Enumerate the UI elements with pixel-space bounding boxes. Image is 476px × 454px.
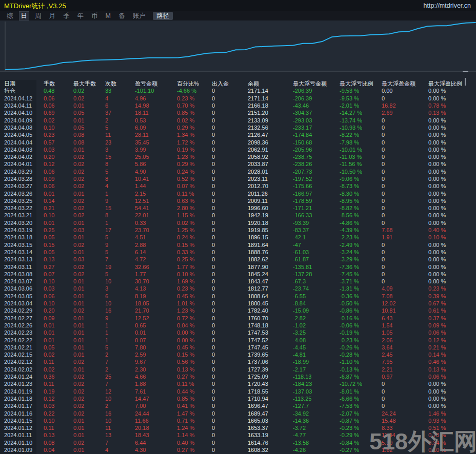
cell: 0.10 — [44, 125, 73, 131]
table-row[interactable]: 2024.01.150.100.011011.660.71 %01665.03-… — [0, 417, 476, 424]
column-header[interactable]: 手数 — [44, 80, 73, 88]
table-row[interactable]: 2024.01.190.190.02127.610.44 %01718.55-1… — [0, 387, 476, 395]
table-row[interactable]: 2024.03.280.090.02810.410.52 %02023.11-1… — [0, 175, 476, 182]
table-row[interactable]: 2024.04.120.060.0244.960.23 %02171.14-20… — [0, 95, 476, 102]
table-row[interactable]: 2024.01.180.120.021014.470.85 %01710.94-… — [0, 395, 476, 402]
cell: -233.17 — [293, 125, 340, 131]
table-row[interactable]: 2024.04.080.100.0556.090.29 %02132.56-23… — [0, 124, 476, 131]
table-row[interactable]: 2024.03.140.050.0156.140.33 %01888.76-61… — [0, 249, 476, 256]
menu-item-综[interactable]: 综 — [5, 12, 15, 20]
cell: 0 — [382, 139, 428, 146]
menu-item-账户[interactable]: 账户 — [131, 12, 147, 20]
cell: 2024.02.26 — [0, 322, 44, 328]
table-row[interactable]: 2024.02.220.010.0110.070.00 %01747.52-4.… — [0, 336, 476, 343]
table-row[interactable]: 2024.03.220.210.021554.412.80 %01996.60-… — [0, 204, 476, 212]
cell: 0.00 % — [428, 388, 474, 395]
table-row[interactable]: 2024.03.200.010.0110.330.02 %01920.18-93… — [0, 219, 476, 226]
column-header[interactable]: 最大浮盈比例 — [428, 80, 474, 88]
column-header[interactable]: 最大浮亏金额 — [293, 80, 340, 88]
table-row[interactable]: 2024.03.250.140.02912.510.63 %02009.11-1… — [0, 197, 476, 204]
cell: 1996.60 — [248, 205, 293, 211]
table-row[interactable]: 2024.03.080.070.0251.770.10 %01845.24-13… — [0, 271, 476, 278]
cell: 0.00 % — [428, 212, 474, 218]
cell: -42.1 — [293, 234, 340, 240]
table-row[interactable]: 2024.04.040.570.082335.451.72 %02098.36-… — [0, 138, 476, 146]
table-row[interactable]: 2024.02.210.050.0157.800.45 %01747.45-4.… — [0, 344, 476, 351]
column-header[interactable]: 百分比% — [177, 80, 212, 88]
column-header[interactable]: 余额 — [248, 80, 293, 88]
cell: 0.41 % — [177, 403, 212, 409]
column-header[interactable]: 日期 — [0, 80, 44, 88]
scrollbar-thumb[interactable] — [465, 78, 466, 86]
table-row[interactable]: 2024.03.290.060.0254.900.24 %02028.01-20… — [0, 168, 476, 175]
cell: 12.51 — [135, 198, 177, 204]
cell: 1739.65 — [248, 352, 293, 358]
menu-item-周[interactable]: 周 — [33, 12, 43, 20]
cell: 0.02 — [73, 307, 105, 314]
cell: -206.39 — [293, 95, 340, 101]
menu-item-月[interactable]: 月 — [48, 12, 57, 20]
table-row[interactable]: 2024.02.120.110.0279.670.56 %01737.06-18… — [0, 358, 476, 365]
website-link[interactable]: http://mtdriver.cn — [424, 2, 471, 9]
table-row[interactable]: 2024.04.030.030.0133.990.19 %02062.91-20… — [0, 146, 476, 153]
cell: 0.19 — [44, 388, 73, 395]
table-row[interactable]: 2024.03.130.130.0374.720.25 %01882.62-61… — [0, 256, 476, 263]
table-row[interactable]: 2024.01.160.220.021624.441.47 %01689.47-… — [0, 409, 476, 417]
table-row[interactable]: 2024.04.090.020.0120.530.02 %02133.09-29… — [0, 116, 476, 123]
table-row[interactable]: 2024.01.240.360.02254.660.27 %01725.09-1… — [0, 373, 476, 380]
menu-item-日[interactable]: 日 — [19, 12, 29, 20]
menu-item-币[interactable]: 币 — [90, 12, 100, 20]
cell: 2 — [105, 366, 135, 373]
column-header[interactable]: 最大浮亏比例 — [340, 80, 382, 88]
cell: 5 — [105, 271, 135, 277]
cell: 0.01 — [73, 337, 105, 343]
table-row[interactable]: 2024.02.020.020.0122.300.13 %01727.39-2.… — [0, 366, 476, 373]
cell: 0 — [212, 220, 248, 226]
column-header[interactable]: 盈亏金额 — [135, 80, 177, 88]
table-row[interactable]: 2024.03.270.060.0241.440.07 %02012.70-17… — [0, 182, 476, 190]
table-row[interactable]: 2024.03.210.100.02822.011.15 %01942.19-1… — [0, 212, 476, 219]
table-row[interactable]: 2024.04.100.690.053718.110.85 %02151.20-… — [0, 109, 476, 116]
path-button[interactable]: 路径 — [153, 12, 173, 20]
cell: 0.48 — [44, 88, 73, 94]
table-row[interactable]: 2024.04.110.060.01614.980.70 %02166.18-4… — [0, 102, 476, 109]
column-header[interactable]: 最大浮盈金额 — [382, 80, 428, 88]
column-header[interactable]: 次数 — [105, 80, 135, 88]
table-row[interactable]: 2024.03.260.010.0112.150.11 %02011.26-16… — [0, 190, 476, 197]
menu-item-备[interactable]: 备 — [117, 12, 127, 20]
column-header[interactable]: 出入金 — [212, 80, 248, 88]
cell: 2024.01.24 — [0, 374, 44, 380]
table-row[interactable]: 2024.02.270.090.01912.520.72 %01760.70-2… — [0, 315, 476, 322]
table-row[interactable]: 2024.04.050.230.081128.111.34 %02126.47-… — [0, 131, 476, 138]
scrollbar-corner[interactable] — [463, 71, 468, 72]
column-header[interactable]: 最大手数 — [73, 80, 105, 88]
menu-item-季[interactable]: 季 — [62, 12, 71, 20]
menu-item-M[interactable]: M — [104, 12, 112, 20]
table-row[interactable]: 2024.02.230.010.0110.010.00 %01747.53-3.… — [0, 329, 476, 336]
cell: 0 — [382, 161, 428, 167]
table-row[interactable]: 2024.01.230.110.0271.880.11 %01720.43-18… — [0, 380, 476, 387]
table-row[interactable]: 2024.03.070.100.011030.701.69 %01843.47-… — [0, 278, 476, 285]
table-row[interactable]: 持仓0.480.0233-101.10-4.66 %02171.14-206.3… — [0, 87, 476, 94]
table-row[interactable]: 2024.02.260.010.0110.650.04 %01748.18-1.… — [0, 322, 476, 329]
cell: 1737.06 — [248, 359, 293, 365]
table-row[interactable]: 2024.03.040.100.011018.051.01 %01800.45-… — [0, 300, 476, 307]
cell: 2024.03.29 — [0, 169, 44, 175]
table-row[interactable]: 2024.04.010.120.0285.860.29 %02033.87-23… — [0, 160, 476, 168]
cell: 32.66 — [135, 264, 177, 270]
cell: 0.29 % — [177, 125, 212, 131]
table-row[interactable]: 2024.03.180.050.0154.510.24 %01896.15-42… — [0, 234, 476, 241]
menu-item-年[interactable]: 年 — [76, 12, 86, 20]
table-row[interactable]: 2024.03.190.250.031723.701.25 %01919.85-… — [0, 226, 476, 234]
table-row[interactable]: 2024.03.150.150.0292.880.15 %01891.64-47… — [0, 241, 476, 249]
cell: 1665.03 — [248, 418, 293, 424]
table-row[interactable]: 2024.01.170.030.0227.000.41 %01696.47-12… — [0, 402, 476, 409]
table-row[interactable]: 2024.02.150.020.0122.590.15 %01739.65-4.… — [0, 351, 476, 358]
cell: 10.41 — [135, 176, 177, 182]
table-row[interactable]: 2024.03.050.060.0168.190.45 %01808.64-6.… — [0, 293, 476, 300]
table-row[interactable]: 2024.03.060.030.0134.130.23 %01812.77-23… — [0, 285, 476, 292]
table-row[interactable]: 2024.04.020.200.021525.051.23 %02058.92-… — [0, 153, 476, 160]
table-row[interactable]: 2024.03.110.270.021932.661.77 %01877.90-… — [0, 263, 476, 270]
table-row[interactable]: 2024.02.290.200.021621.701.23 %01782.40-… — [0, 307, 476, 314]
cell: -9.06 % — [340, 176, 382, 182]
